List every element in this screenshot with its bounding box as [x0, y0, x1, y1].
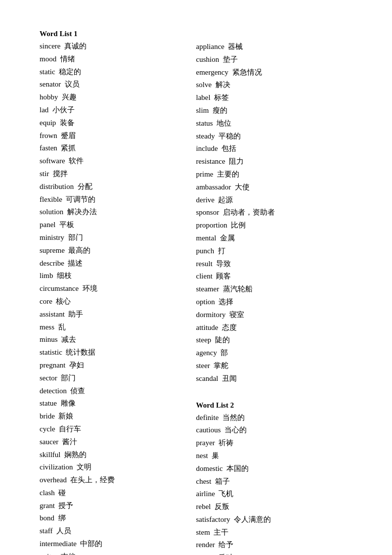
list-item: result 导致 — [196, 258, 353, 271]
chinese-meaning: 起源 — [218, 196, 233, 204]
english-word: mental — [196, 234, 217, 242]
english-word: include — [196, 144, 218, 152]
english-word: circumstance — [40, 284, 79, 292]
english-word: appliance — [196, 43, 224, 50]
list-item: ministry 部门 — [40, 231, 196, 244]
list-item: frown 蹙眉 — [40, 130, 196, 142]
word-lists-container: Word List 1 sincere 真诚的mood 情绪static 稳定的… — [40, 30, 352, 555]
english-word: skillful — [40, 451, 61, 459]
list-item: client 顾客 — [196, 270, 353, 283]
english-word: proportion — [196, 221, 227, 229]
chinese-meaning: 金属 — [220, 234, 235, 242]
list-item: lad 小伙子 — [40, 104, 196, 117]
chinese-meaning: 紧急情况 — [232, 68, 262, 76]
chinese-meaning: 娴熟的 — [64, 451, 87, 459]
english-word: intermediate — [40, 540, 77, 548]
english-word: stir — [40, 170, 49, 178]
chinese-meaning: 吉他 — [61, 553, 76, 555]
chinese-meaning: 给予 — [218, 541, 233, 549]
list-item: bond 绑 — [40, 512, 196, 525]
chinese-meaning: 孕妇 — [69, 361, 84, 369]
list-item: solution 解决办法 — [40, 206, 196, 219]
chinese-meaning: 自行车 — [59, 425, 81, 433]
english-word: grant — [40, 502, 55, 509]
english-word: steady — [196, 132, 215, 140]
english-word: assistant — [40, 310, 65, 318]
english-word: nest — [196, 452, 208, 460]
english-word: result — [196, 260, 213, 268]
list-item: nest 巢 — [196, 450, 353, 462]
chinese-meaning: 在头上，经费 — [70, 476, 115, 484]
chinese-meaning: 祈祷 — [218, 439, 233, 447]
list-item: dormitory 寝室 — [196, 309, 353, 322]
chinese-meaning: 器械 — [228, 43, 243, 50]
english-word: steer — [196, 362, 210, 370]
chinese-meaning: 乱 — [58, 323, 66, 331]
english-word: sincere — [40, 42, 60, 50]
chinese-meaning: 最高的 — [68, 246, 90, 254]
english-word: static — [40, 68, 55, 76]
list-item: supreme 最高的 — [40, 244, 196, 257]
list-item: steep 陡的 — [196, 334, 353, 347]
list-item: sincere 真诚的 — [40, 40, 196, 53]
chinese-meaning: 描述 — [68, 259, 83, 267]
english-word: stem — [196, 528, 210, 536]
list-item: scandal 丑闻 — [196, 372, 353, 385]
chinese-meaning: 顾客 — [216, 272, 231, 280]
list-item: domestic 本国的 — [196, 462, 353, 475]
english-word: core — [40, 297, 52, 305]
list-item: staff 人员 — [40, 525, 196, 538]
list-item: chest 箱子 — [196, 475, 353, 488]
english-word: mess — [40, 323, 54, 331]
english-word: prayer — [196, 439, 215, 447]
list-item: detection 侦查 — [40, 385, 196, 398]
chinese-meaning: 标签 — [214, 93, 229, 101]
list-item: solve 解决 — [196, 79, 353, 92]
chinese-meaning: 瘦的 — [213, 106, 227, 114]
chinese-meaning: 装备 — [60, 119, 75, 127]
list-item: prayer 祈祷 — [196, 437, 353, 450]
chinese-meaning: 寝室 — [229, 311, 244, 319]
english-word: clash — [40, 489, 55, 497]
chinese-meaning: 启动者，资助者 — [223, 208, 275, 216]
list-item: airline 飞机 — [196, 488, 353, 501]
chinese-meaning: 飞机 — [218, 490, 233, 498]
chinese-meaning: 令人满意的 — [234, 515, 271, 523]
english-word: frown — [40, 132, 57, 139]
list-item: panel 平板 — [40, 219, 196, 231]
list-item: grant 授予 — [40, 500, 196, 512]
list-item: core 核心 — [40, 295, 196, 308]
list-item: stem 主干 — [196, 526, 353, 539]
english-word: steep — [196, 336, 212, 344]
chinese-meaning: 丑闻 — [222, 374, 237, 382]
list-item: statue 雕像 — [40, 397, 196, 410]
list-item: punch 打 — [196, 245, 353, 258]
list-item: attitude 态度 — [196, 322, 353, 334]
chinese-meaning: 分配 — [78, 183, 92, 190]
english-word: software — [40, 157, 65, 165]
english-word: client — [196, 272, 213, 280]
chinese-meaning: 导致 — [216, 260, 231, 268]
chinese-meaning: 当心的 — [224, 426, 247, 434]
list-item: status 地位 — [196, 117, 353, 130]
chinese-meaning: 搅拌 — [53, 170, 68, 178]
english-word: detection — [40, 387, 67, 395]
list-item: ambassador 大使 — [196, 181, 353, 194]
list-item: steamer 蒸汽轮船 — [196, 283, 353, 296]
english-word: distribution — [40, 183, 74, 190]
list1-items: sincere 真诚的mood 情绪static 稳定的senator 议员ho… — [40, 40, 196, 555]
chinese-meaning: 部 — [220, 349, 228, 357]
english-word: dormitory — [196, 311, 226, 319]
list-item: emergency 紧急情况 — [196, 66, 353, 79]
chinese-meaning: 解决办法 — [67, 208, 97, 216]
list-item: skillful 娴熟的 — [40, 449, 196, 462]
english-word: limb — [40, 272, 53, 279]
chinese-meaning: 主要的 — [217, 170, 239, 178]
english-word: overhead — [40, 476, 67, 484]
list-item: statistic 统计数据 — [40, 346, 196, 359]
list-item: describe 描述 — [40, 257, 196, 270]
chinese-meaning: 真诚的 — [64, 42, 87, 50]
list-item: slim 瘦的 — [196, 104, 353, 117]
english-word: sector — [40, 374, 57, 382]
chinese-meaning: 酱汁 — [62, 438, 77, 446]
